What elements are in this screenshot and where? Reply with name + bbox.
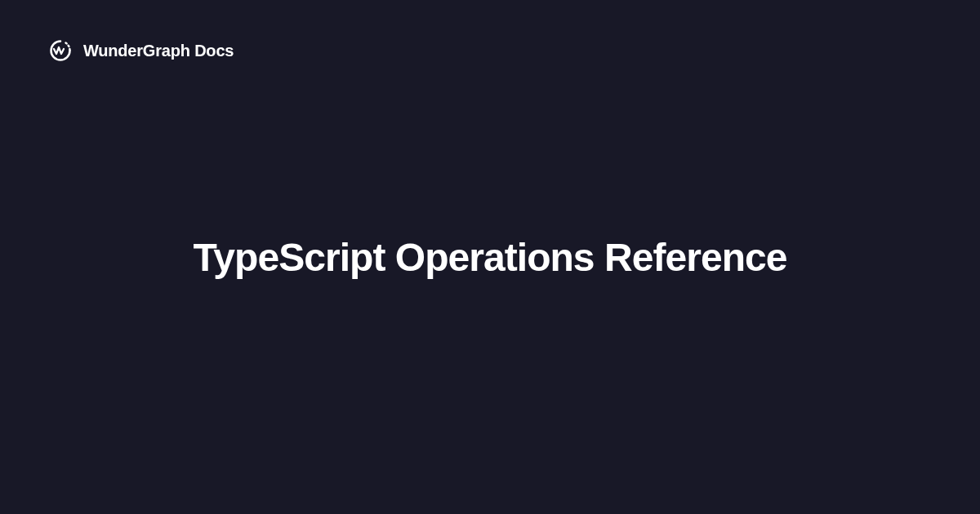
wundergraph-logo-icon <box>49 39 72 62</box>
header: WunderGraph Docs <box>49 39 234 62</box>
brand-text: WunderGraph Docs <box>83 42 234 60</box>
page-title: TypeScript Operations Reference <box>194 235 787 280</box>
